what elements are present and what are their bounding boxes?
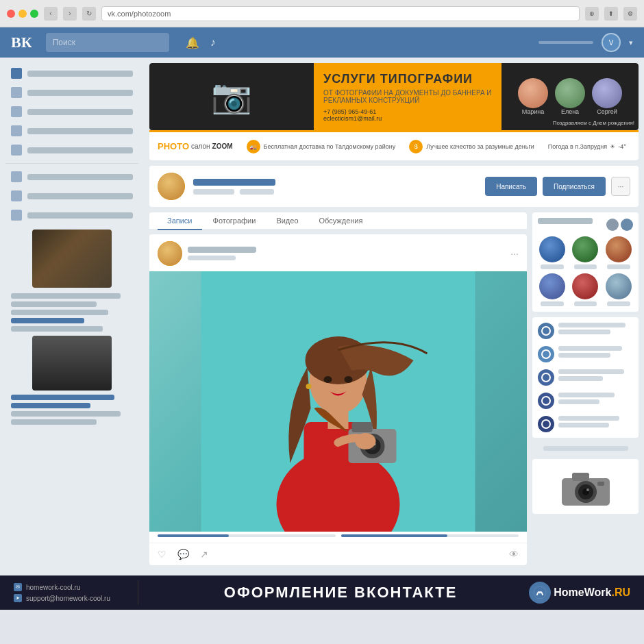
sidebar-item-messages[interactable] [5, 103, 138, 121]
friend-item-2[interactable] [571, 236, 599, 269]
svg-point-6 [324, 376, 332, 383]
bookmark-button[interactable]: ⊕ [585, 7, 599, 21]
homework-logo-icon [529, 582, 551, 604]
post-pb-2-fill [341, 534, 448, 537]
forward-button[interactable]: › [63, 7, 77, 21]
footer-website-text: homework-cool.ru [26, 584, 80, 591]
footer-link-email[interactable]: ➤ support@homework-cool.ru [14, 594, 110, 602]
post-more-button[interactable]: ··· [510, 248, 519, 259]
reload-button[interactable]: ↻ [82, 7, 96, 21]
video-icon [11, 190, 22, 201]
news-item-1[interactable] [538, 323, 633, 339]
post-actions: ♡ 💬 ↗ 👁 [149, 543, 527, 565]
sidebar-thumbnail-2[interactable] [32, 336, 112, 391]
sidebar-item-news[interactable] [5, 84, 138, 101]
sidebar-item-games[interactable] [5, 206, 138, 224]
back-button[interactable]: ‹ [44, 7, 58, 21]
banner-right: Марина Елена Сергей Поздравляем с Днем р… [501, 63, 639, 130]
search-input[interactable] [46, 33, 169, 52]
sidebar-text-line-4 [11, 326, 103, 332]
banner-person-1: Марина [518, 78, 548, 115]
minimize-button[interactable] [18, 10, 27, 18]
tab-discussions[interactable]: Обсуждения [310, 212, 373, 230]
friend-item-1[interactable] [538, 236, 567, 269]
arrow-icon: ➤ [14, 594, 22, 602]
footer-link-website[interactable]: ✉ homework-cool.ru [14, 583, 110, 591]
person1-name: Марина [518, 108, 548, 115]
content-layout: 📷 УСЛУГИ ТИПОГРАФИИ ОТ ФОТОГРАФИИ НА ДОК… [0, 58, 644, 575]
page-info [193, 179, 477, 195]
homework-text: HomeWork.RU [554, 586, 630, 599]
sidebar-item-friends[interactable] [5, 122, 138, 140]
friend-item-3[interactable] [604, 236, 633, 269]
friend-item-4[interactable] [538, 273, 567, 306]
settings-button[interactable]: ⚙ [623, 7, 637, 21]
nav-icons: 🔔 ♪ [186, 36, 216, 49]
share-action[interactable]: ↗ [200, 549, 208, 560]
more-options-button[interactable]: ··· [611, 177, 630, 196]
share-button[interactable]: ⬆ [604, 7, 618, 21]
sidebar-item-video[interactable] [5, 187, 138, 205]
news-text-3 [558, 369, 633, 383]
stat-bar-1 [193, 189, 234, 195]
banner-left: 📷 [149, 63, 314, 130]
like-action[interactable]: ♡ [158, 549, 166, 560]
friend-item-5[interactable] [571, 273, 599, 306]
comment-icon: 💬 [177, 549, 189, 560]
friend-avatar-5 [572, 273, 598, 299]
ps-feature-1: 🚚 Бесплатная доставка по Талдомскому рай… [247, 140, 396, 153]
right-camera-card [532, 459, 639, 514]
post-avatar[interactable] [158, 241, 182, 266]
subscribe-button[interactable]: Подписаться [543, 177, 606, 196]
user-chevron[interactable]: ▾ [629, 38, 633, 47]
page-avatar[interactable] [158, 173, 185, 200]
sidebar-text-blue-1 [11, 395, 114, 400]
news-logo-1 [538, 323, 554, 339]
ps-logo[interactable]: PHOTO салон ZOOM [158, 141, 233, 151]
post-image [149, 271, 527, 532]
tab-videos[interactable]: Видео [267, 212, 308, 230]
news-item-3[interactable] [538, 369, 633, 386]
message-button[interactable]: Написать [485, 177, 537, 196]
sidebar-item-home[interactable] [5, 64, 138, 82]
bell-icon[interactable]: 🔔 [186, 36, 199, 49]
footer-email-text: support@homework-cool.ru [26, 595, 110, 602]
friend-item-6[interactable] [604, 273, 633, 306]
news-card [532, 317, 639, 438]
news-line-5-1 [558, 416, 619, 421]
news-item-2[interactable] [538, 346, 633, 362]
tab-posts[interactable]: Записи [158, 212, 202, 230]
sidebar-item-groups[interactable] [5, 141, 138, 159]
person3-face [592, 78, 622, 108]
address-text: vk.com/photozoom [108, 10, 171, 18]
person2-name: Елена [555, 108, 585, 115]
svg-rect-22 [597, 482, 604, 486]
svg-rect-10 [352, 422, 373, 432]
post-time-bar [188, 256, 236, 260]
ps-weather-icon: ☀ [610, 143, 615, 150]
maximize-button[interactable] [30, 10, 38, 18]
homework-logo[interactable]: HomeWork.RU [529, 582, 630, 604]
tab-photos[interactable]: Фотографии [203, 212, 266, 230]
news-item-4[interactable] [538, 393, 633, 409]
news-text-5 [558, 416, 633, 430]
news-list [538, 323, 633, 432]
news-line-4-2 [558, 399, 599, 404]
address-bar[interactable]: vk.com/photozoom [101, 6, 580, 21]
sidebar-text-line-accent [11, 318, 84, 323]
news-item-5[interactable] [538, 416, 633, 432]
feed-main: Записи Фотографии Видео Обсуждения [149, 212, 527, 570]
music-icon[interactable]: ♪ [210, 36, 216, 49]
sidebar-item-music[interactable] [5, 168, 138, 186]
ps-logo-zoom: ZOOM [212, 143, 233, 150]
news-text-1 [558, 323, 633, 336]
banner-contacts: +7 (985) 965-49-61 eclecticism1@mail.ru [323, 108, 492, 122]
user-avatar-nav[interactable]: V [602, 33, 621, 52]
banner-phone: +7 (985) 965-49-61 [323, 108, 492, 115]
close-button[interactable] [7, 10, 15, 18]
hw-ru: .RU [611, 586, 630, 598]
sidebar-thumbnail-1[interactable] [32, 230, 112, 288]
vk-logo-icon[interactable]: ВК [11, 34, 32, 51]
comment-action[interactable]: 💬 [177, 549, 189, 560]
page-avatar-img [158, 173, 185, 200]
